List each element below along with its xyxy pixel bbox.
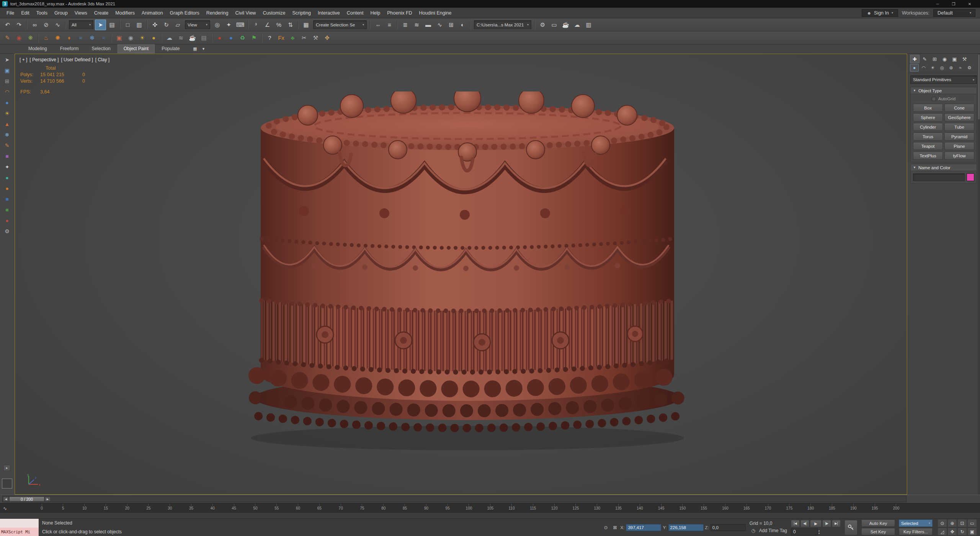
menu-houdini-engine[interactable]: Houdini Engine — [416, 8, 455, 18]
select-and-move-icon[interactable]: ✜ — [149, 20, 160, 30]
gear-icon[interactable]: ⚙ — [2, 226, 12, 236]
go-to-start-button[interactable]: |◀ — [791, 520, 800, 527]
toggle-scene-explorer-icon[interactable]: ≣ — [400, 20, 411, 30]
flag-green-icon[interactable]: ⚑ — [248, 33, 260, 43]
object-type-pyramid[interactable]: Pyramid — [944, 132, 974, 141]
viewport-label-1[interactable]: [ Perspective ] — [29, 57, 59, 62]
toggle-ribbon-icon[interactable]: ▬ — [423, 20, 434, 30]
menu-phoenix-fd[interactable]: Phoenix FD — [384, 8, 415, 18]
display-tab[interactable]: ▣ — [950, 55, 959, 63]
menu-content[interactable]: Content — [343, 8, 367, 18]
cursor-icon[interactable]: ➤ — [2, 55, 12, 65]
object-type-tube[interactable]: Tube — [944, 123, 974, 131]
object-type-torus[interactable]: Torus — [913, 132, 943, 141]
primitive-category-dropdown[interactable]: Standard Primitives ▾ — [910, 75, 977, 84]
mirror-icon[interactable]: ⇔ — [372, 20, 384, 30]
current-frame-field[interactable]: 0 — [791, 528, 818, 535]
selection-lock-icon[interactable]: ⊠ — [611, 524, 619, 531]
object-type-plane[interactable]: Plane — [944, 142, 974, 150]
menu-edit[interactable]: Edit — [18, 8, 33, 18]
set-keys-large-button[interactable] — [844, 520, 858, 535]
vray-frame-buffer-icon[interactable]: ▣ — [114, 33, 125, 43]
phoenix-splash-icon[interactable]: ❄ — [87, 33, 98, 43]
maxscript-mini-listener[interactable]: MAXScript Mi — [0, 519, 39, 536]
schematic-view-icon[interactable]: ⊞ — [446, 20, 457, 30]
ribbon-config-icon[interactable]: ▦ — [191, 45, 199, 53]
field-of-view-icon[interactable]: ◿ — [938, 528, 947, 536]
edit-named-selection-sets-icon[interactable]: ▦ — [301, 20, 312, 30]
zoom-extents-icon[interactable]: ⊡ — [957, 519, 967, 527]
modify-tab[interactable]: ✎ — [920, 55, 929, 63]
name-color-rollout-header[interactable]: ▼ Name and Color — [910, 164, 977, 171]
phoenix-explosion-icon[interactable]: ✺ — [52, 33, 63, 43]
object-type-sphere[interactable]: Sphere — [913, 113, 943, 121]
object-type-teapot[interactable]: Teapot — [913, 142, 943, 150]
object-color-swatch[interactable] — [967, 173, 974, 181]
ribbon-minimize-caret-icon[interactable]: ▾ — [200, 45, 207, 53]
square-blue-icon[interactable]: ■ — [2, 194, 12, 204]
orbit-icon[interactable]: ↻ — [957, 528, 967, 536]
workspaces-dropdown[interactable]: Default ▾ — [933, 9, 975, 17]
pan-icon[interactable]: ✥ — [947, 528, 957, 536]
minimize-button[interactable]: ─ — [929, 0, 946, 8]
select-by-name-icon[interactable]: ▤ — [106, 20, 118, 30]
expand-panel-arrow[interactable]: ▸ — [3, 465, 10, 471]
light-sun-icon[interactable]: ☀ — [2, 108, 12, 118]
star-icon[interactable]: ✦ — [2, 162, 12, 172]
ribbon-tab-modeling[interactable]: Modeling — [22, 44, 53, 53]
spinner-up-icon[interactable]: ▴ — [818, 529, 820, 532]
menu-file[interactable]: File — [3, 8, 18, 18]
curve-editor-icon[interactable]: ∿ — [434, 20, 445, 30]
arc-tool-icon[interactable]: ◠ — [2, 87, 12, 97]
wrench-tools-icon[interactable]: ⚒ — [310, 33, 321, 43]
percent-snap-toggle-icon[interactable]: % — [273, 20, 284, 30]
add-time-tag-button[interactable]: ◷ Add Time Tag — [750, 527, 787, 534]
lights-category[interactable]: ☀ — [928, 64, 937, 72]
recycle-icon[interactable]: ♻ — [237, 33, 248, 43]
object-type-box[interactable]: Box — [913, 104, 943, 112]
reference-coordinate-system-dropdown[interactable]: View▾ — [185, 20, 210, 29]
key-filters-button[interactable]: Key Filters... — [899, 528, 933, 535]
toggle-layer-explorer-icon[interactable]: ≋ — [411, 20, 422, 30]
display-monitor-icon[interactable]: ▣ — [2, 65, 12, 75]
menu-scripting[interactable]: Scripting — [289, 8, 314, 18]
object-name-input[interactable] — [913, 173, 965, 181]
film-clip-icon[interactable]: ▤ — [198, 33, 209, 43]
ribbon-tab-object-paint[interactable]: Object Paint — [118, 44, 155, 53]
snowflake-icon[interactable]: ❄ — [2, 130, 12, 140]
cake-3d-model[interactable] — [229, 92, 706, 472]
sign-in-button[interactable]: ☻ Sign In ▾ — [862, 9, 898, 17]
space-warps-category[interactable]: ≈ — [956, 64, 965, 72]
menu-rendering[interactable]: Rendering — [203, 8, 232, 18]
render-setup-icon[interactable]: ⚙ — [537, 20, 548, 30]
autogrid-toggle[interactable]: AutoGrid — [913, 96, 974, 101]
material-editor-icon[interactable]: ◐ — [457, 20, 468, 30]
project-folder-field[interactable]: C:\Users\a...s Max 2021▾ — [474, 20, 531, 29]
go-to-end-button[interactable]: ▶| — [832, 520, 841, 527]
menu-customize[interactable]: Customize — [259, 8, 289, 18]
fx-icon[interactable]: Fx — [276, 33, 287, 43]
menu-graph-editors[interactable]: Graph Editors — [167, 8, 203, 18]
window-crossing-icon[interactable]: ▥ — [134, 20, 145, 30]
phoenix-candle-icon[interactable]: ♦ — [64, 33, 75, 43]
object-type-rollout-header[interactable]: ▼ Object Type — [910, 87, 977, 94]
viewport-label-2[interactable]: [ User Defined ] — [61, 57, 93, 62]
next-frame-button[interactable]: |▶ — [822, 520, 831, 527]
close-button[interactable]: ✕ — [962, 0, 978, 8]
spinner-down-icon[interactable]: ▾ — [818, 532, 820, 534]
align-icon[interactable]: ≡ — [384, 20, 395, 30]
time-slider-track[interactable]: ◀ 0 / 200 ▶ — [2, 496, 906, 502]
spray-scatter-icon[interactable]: ❋ — [25, 33, 36, 43]
z-coordinate-field[interactable]: 0,0 — [710, 524, 746, 531]
cone-icon[interactable]: ▲ — [2, 119, 12, 129]
frame-spinner[interactable]: ▴▾ — [818, 529, 820, 534]
render-history-icon[interactable]: ▥ — [583, 20, 594, 30]
menu-tools[interactable]: Tools — [33, 8, 51, 18]
sphere-blue-icon[interactable]: ● — [2, 98, 12, 108]
select-and-link-icon[interactable]: ∞ — [29, 20, 40, 30]
vray-sphere-icon[interactable]: ● — [148, 33, 159, 43]
help-icon[interactable]: ? — [264, 33, 275, 43]
mini-curve-editor-icon[interactable]: ∿ — [2, 505, 8, 512]
shapes-category[interactable]: ◠ — [919, 64, 928, 72]
ribbon-tab-freeform[interactable]: Freeform — [54, 44, 85, 53]
